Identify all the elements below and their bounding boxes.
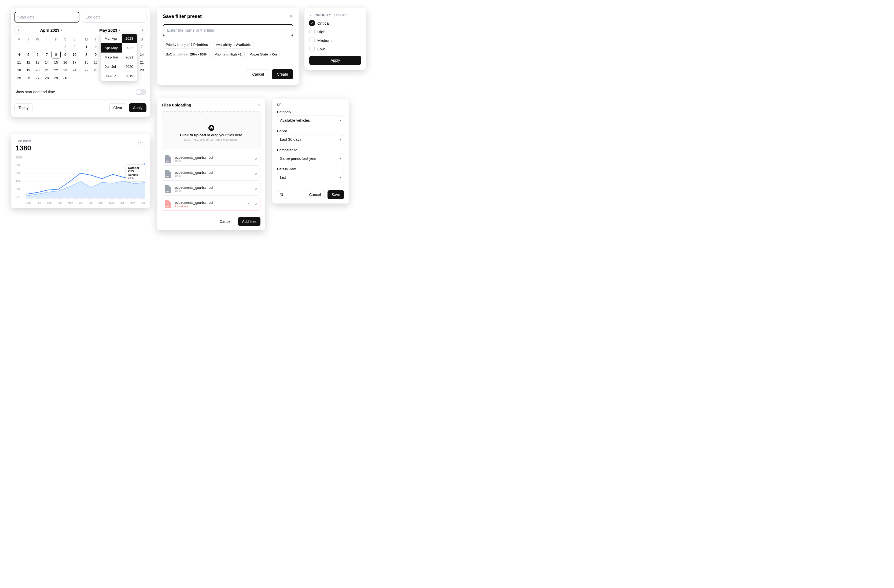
calendar-day[interactable]: 9 xyxy=(60,51,70,59)
month-range-option[interactable]: Mar-Apr xyxy=(101,34,122,43)
year-option[interactable]: 2020 xyxy=(122,62,137,71)
calendar-day[interactable]: 1 xyxy=(51,43,60,51)
filter-chip[interactable]: SoC is between 20% - 80% xyxy=(163,51,210,58)
calendar-day[interactable]: 23 xyxy=(91,66,100,74)
prev-month-button[interactable]: ‹ xyxy=(15,26,22,34)
save-button[interactable]: Save xyxy=(328,190,344,199)
month-range-option[interactable]: May-Jun xyxy=(101,53,122,62)
calendar-day[interactable]: 14 xyxy=(137,51,146,59)
calendar-day[interactable]: 13 xyxy=(33,59,42,66)
month-range-option[interactable]: Apr-May xyxy=(101,43,122,53)
calendar-day[interactable]: 25 xyxy=(15,74,24,82)
calendar-day[interactable]: 14 xyxy=(42,59,51,66)
create-button[interactable]: Create xyxy=(272,69,293,79)
right-month-selector[interactable]: May 2023 ▾ xyxy=(80,28,139,32)
calendar-day[interactable]: 6 xyxy=(33,51,42,59)
file-row: PDFrequirements_gourban.pdf300KB✕ xyxy=(162,153,260,166)
checkbox[interactable] xyxy=(309,29,315,34)
calendar-day[interactable]: 28 xyxy=(42,74,51,82)
remove-file-button[interactable]: ✕ xyxy=(254,202,258,207)
calendar-day[interactable]: 22 xyxy=(51,66,60,74)
select-input[interactable]: Same period last year▾ xyxy=(277,154,344,163)
calendar-day[interactable]: 3 xyxy=(70,43,79,51)
calendar-day[interactable]: 10 xyxy=(70,51,79,59)
remove-file-button[interactable]: ✕ xyxy=(254,157,258,161)
calendar-day[interactable]: 27 xyxy=(33,74,42,82)
calendar-day[interactable]: 16 xyxy=(91,59,100,66)
calendar-day[interactable]: 19 xyxy=(24,66,33,74)
calendar-day[interactable]: 18 xyxy=(15,66,24,74)
calendar-day[interactable]: 29 xyxy=(51,74,60,82)
calendar-day[interactable]: 15 xyxy=(51,59,60,66)
filter-name-input[interactable] xyxy=(163,24,293,36)
priority-option[interactable]: Medium xyxy=(309,38,361,43)
priority-option[interactable]: High xyxy=(309,29,361,34)
delete-button[interactable] xyxy=(277,190,286,199)
remove-file-button[interactable]: ✕ xyxy=(254,187,258,191)
cancel-button[interactable]: Cancel xyxy=(216,217,236,226)
calendar-day[interactable]: 12 xyxy=(24,59,33,66)
chart-menu-button[interactable]: ⋯ xyxy=(138,139,145,146)
end-date-input[interactable] xyxy=(82,12,146,23)
dropzone[interactable]: ⏻ Click to upload or drag your files her… xyxy=(162,111,260,149)
back-button[interactable]: ← xyxy=(309,13,313,17)
close-button[interactable]: ✕ xyxy=(257,103,260,107)
next-month-button[interactable]: › xyxy=(139,26,146,34)
apply-button[interactable]: Apply xyxy=(129,103,146,112)
calendar-day[interactable]: 26 xyxy=(24,74,33,82)
year-option[interactable]: 2019 xyxy=(122,71,137,81)
calendar-day[interactable]: 7 xyxy=(42,51,51,59)
calendar-day[interactable]: 8 xyxy=(51,51,60,59)
checkbox[interactable] xyxy=(309,38,315,43)
filter-chip[interactable]: Availability is Available xyxy=(213,41,254,48)
calendar-day[interactable]: 15 xyxy=(82,59,91,66)
checkbox[interactable]: ✓ xyxy=(309,20,315,26)
show-time-toggle[interactable] xyxy=(136,89,146,95)
select-input[interactable]: Available vehicles▾ xyxy=(277,116,344,125)
calendar-day[interactable]: 16 xyxy=(60,59,70,66)
calendar-day[interactable]: 24 xyxy=(70,66,79,74)
filter-chip[interactable]: Priority is any of 2 Priorities xyxy=(163,41,211,48)
calendar-day[interactable]: 4 xyxy=(15,51,24,59)
calendar-day[interactable]: 17 xyxy=(70,59,79,66)
priority-option[interactable]: Low xyxy=(309,46,361,51)
calendar-day[interactable]: 2 xyxy=(91,43,100,51)
select-input[interactable]: Last 30 days▾ xyxy=(277,134,344,144)
calendar-day[interactable]: 5 xyxy=(24,51,33,59)
today-button[interactable]: Today xyxy=(15,103,32,112)
left-month-selector[interactable]: April 2023 ▾ xyxy=(22,28,80,32)
close-button[interactable]: ✕ xyxy=(289,14,293,19)
calendar-day[interactable]: 8 xyxy=(82,51,91,59)
calendar-day[interactable]: 23 xyxy=(60,66,70,74)
retry-button[interactable]: ↻ xyxy=(247,202,251,207)
calendar-day[interactable]: 21 xyxy=(137,59,146,66)
calendar-day[interactable]: 2 xyxy=(60,43,70,51)
year-option[interactable]: 2023 xyxy=(122,34,137,43)
filter-chip[interactable]: Power State is On xyxy=(247,51,280,58)
apply-button[interactable]: Apply xyxy=(309,56,361,65)
remove-file-button[interactable]: ✕ xyxy=(254,172,258,176)
calendar-day[interactable]: 7 xyxy=(137,43,146,51)
select-input[interactable]: List▾ xyxy=(277,173,344,182)
calendar-day[interactable]: 28 xyxy=(137,66,146,74)
year-option[interactable]: 2022 xyxy=(122,43,137,53)
filter-chip[interactable]: Priority is High +1 xyxy=(211,51,245,58)
calendar-day[interactable]: 30 xyxy=(60,74,70,82)
month-range-option[interactable]: Jul-Aug xyxy=(101,71,122,81)
calendar-day[interactable]: 1 xyxy=(82,43,91,51)
cancel-button[interactable]: Cancel xyxy=(305,190,325,199)
clear-button[interactable]: Clear xyxy=(109,103,126,112)
cancel-button[interactable]: Cancel xyxy=(247,69,269,79)
start-date-input[interactable] xyxy=(15,12,79,23)
month-range-option[interactable]: Jun-Jul xyxy=(101,62,122,71)
calendar-day[interactable]: 9 xyxy=(91,51,100,59)
calendar-day[interactable]: 11 xyxy=(15,59,24,66)
calendar-day[interactable]: 22 xyxy=(82,66,91,74)
year-option[interactable]: 2021 xyxy=(122,53,137,62)
calendar-day[interactable]: 21 xyxy=(42,66,51,74)
calendar-day[interactable]: 20 xyxy=(33,66,42,74)
priority-option[interactable]: ✓Critical xyxy=(309,20,361,26)
checkbox[interactable] xyxy=(309,46,315,51)
operator-label[interactable]: is any of xyxy=(332,13,345,17)
add-files-button[interactable]: Add files xyxy=(238,217,260,226)
